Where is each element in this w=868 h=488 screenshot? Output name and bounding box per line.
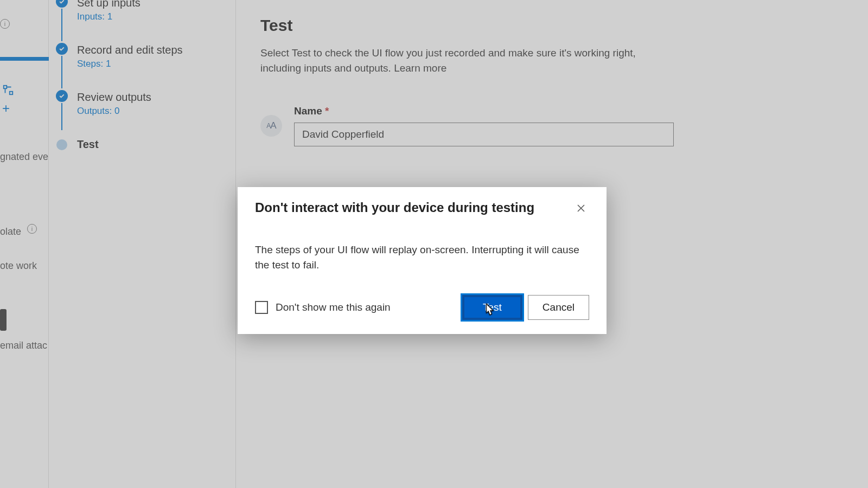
test-warning-dialog: Don't interact with your device during t… xyxy=(238,187,607,334)
dont-show-label: Don't show me this again xyxy=(276,301,391,313)
cancel-button[interactable]: Cancel xyxy=(528,295,589,320)
dialog-title: Don't interact with your device during t… xyxy=(255,200,534,215)
test-button[interactable]: Test xyxy=(462,295,522,320)
dont-show-checkbox[interactable] xyxy=(255,301,268,314)
close-icon[interactable] xyxy=(573,200,589,216)
dialog-body: The steps of your UI flow will replay on… xyxy=(255,242,580,272)
